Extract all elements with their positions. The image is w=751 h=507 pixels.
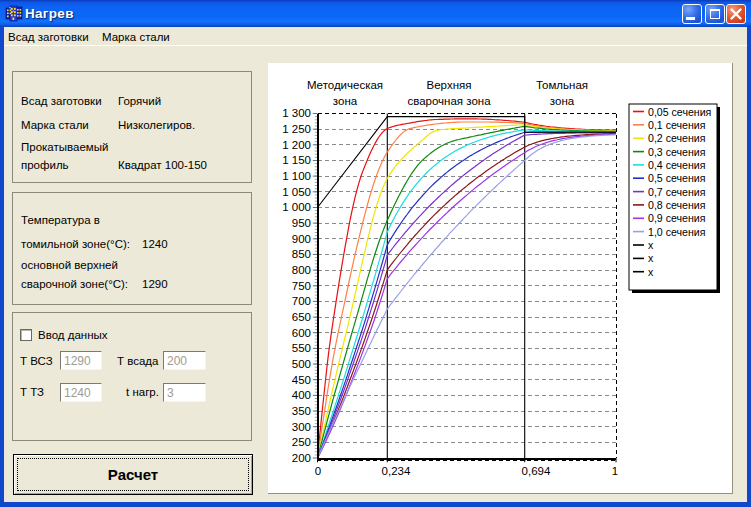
svg-text:x: x (648, 239, 654, 251)
svg-text:500: 500 (292, 358, 311, 370)
svg-text:450: 450 (292, 374, 311, 386)
svg-text:850: 850 (292, 248, 311, 260)
svg-text:900: 900 (292, 233, 311, 245)
svg-text:x: x (648, 252, 654, 264)
svg-text:Методическая: Методическая (307, 79, 383, 91)
svg-text:800: 800 (292, 264, 311, 276)
svg-text:0,9 сечения: 0,9 сечения (648, 212, 705, 224)
svg-text:0,234: 0,234 (382, 465, 411, 477)
svg-text:1: 1 (612, 465, 618, 477)
svg-text:1 000: 1 000 (282, 201, 311, 213)
svg-text:зона: зона (550, 95, 575, 107)
svg-text:сварочная зона: сварочная зона (407, 95, 491, 107)
svg-text:0,4 сечения: 0,4 сечения (648, 159, 705, 171)
svg-text:1 150: 1 150 (282, 154, 311, 166)
svg-text:350: 350 (292, 405, 311, 417)
svg-text:0: 0 (315, 465, 321, 477)
svg-text:200: 200 (292, 452, 311, 464)
svg-text:650: 650 (292, 311, 311, 323)
svg-text:1,0 сечения: 1,0 сечения (648, 226, 705, 238)
svg-text:950: 950 (292, 217, 311, 229)
svg-text:400: 400 (292, 389, 311, 401)
svg-text:1 250: 1 250 (282, 123, 311, 135)
svg-text:0,5 сечения: 0,5 сечения (648, 172, 705, 184)
svg-text:0,2 сечения: 0,2 сечения (648, 132, 705, 144)
svg-text:250: 250 (292, 436, 311, 448)
svg-text:700: 700 (292, 295, 311, 307)
svg-text:1 300: 1 300 (282, 107, 311, 119)
svg-text:600: 600 (292, 327, 311, 339)
svg-text:зона: зона (333, 95, 358, 107)
svg-text:0,7 сечения: 0,7 сечения (648, 186, 705, 198)
svg-text:Верхняя: Верхняя (427, 79, 472, 91)
svg-text:Томльная: Томльная (536, 79, 588, 91)
svg-text:550: 550 (292, 342, 311, 354)
svg-text:0,05 сечения: 0,05 сечения (648, 106, 711, 118)
svg-text:1 050: 1 050 (282, 186, 311, 198)
svg-text:0,1 сечения: 0,1 сечения (648, 119, 705, 131)
svg-text:0,3 сечения: 0,3 сечения (648, 146, 705, 158)
svg-text:x: x (648, 266, 654, 278)
svg-text:1 200: 1 200 (282, 139, 311, 151)
svg-text:300: 300 (292, 421, 311, 433)
svg-text:1 100: 1 100 (282, 170, 311, 182)
svg-text:0,8 сечения: 0,8 сечения (648, 199, 705, 211)
svg-text:750: 750 (292, 280, 311, 292)
svg-text:0,694: 0,694 (522, 465, 551, 477)
